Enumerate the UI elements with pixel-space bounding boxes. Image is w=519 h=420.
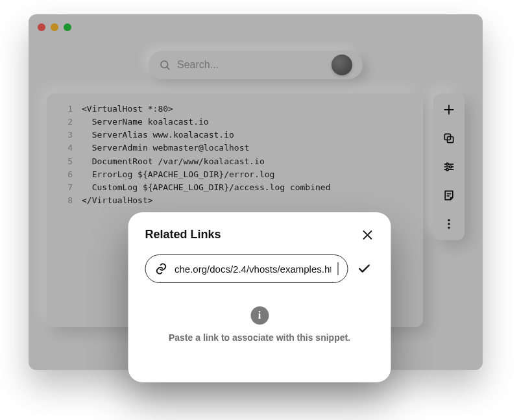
modal-hint: Paste a link to associate with this snip… (145, 332, 374, 343)
window-minimize-button[interactable] (51, 23, 58, 31)
code-line: 4 ServerAdmin webmaster@localhost (53, 142, 416, 154)
code-text: ErrorLog ${APACHE_LOG_DIR}/error.log (82, 168, 274, 181)
line-number: 8 (53, 194, 73, 207)
code-line: 5 DocumentRoot /var/www/koalacast.io (53, 155, 416, 168)
code-line: 6 ErrorLog ${APACHE_LOG_DIR}/error.log (53, 168, 416, 181)
window-traffic-lights (38, 23, 71, 31)
line-number: 6 (53, 168, 73, 181)
related-links-modal: Related Links i Paste a link to associat… (128, 212, 391, 382)
window-zoom-button[interactable] (64, 23, 71, 31)
close-button[interactable] (361, 229, 374, 241)
settings-button[interactable] (442, 160, 456, 174)
line-number: 7 (53, 181, 73, 194)
code-line: 1<VirtualHost *:80> (53, 103, 416, 116)
window-close-button[interactable] (38, 23, 45, 31)
svg-point-15 (448, 223, 450, 225)
search-input[interactable] (177, 59, 321, 71)
code-text: </VirtualHost> (82, 194, 153, 207)
svg-point-10 (450, 166, 452, 167)
search-icon (159, 59, 171, 71)
avatar[interactable] (332, 55, 352, 75)
line-number: 1 (53, 103, 73, 116)
code-text: ServerAlias www.koalacast.io (82, 129, 234, 142)
code-line: 2 ServerName koalacast.io (53, 116, 416, 129)
svg-line-1 (167, 67, 169, 69)
line-number: 2 (53, 116, 73, 129)
top-bar (29, 51, 483, 79)
svg-point-16 (448, 227, 450, 229)
line-number: 5 (53, 155, 73, 168)
link-icon (155, 262, 168, 275)
svg-point-11 (446, 169, 448, 171)
line-number: 3 (53, 129, 73, 142)
link-input[interactable] (175, 264, 332, 275)
modal-title: Related Links (145, 228, 221, 241)
note-button[interactable] (442, 188, 456, 203)
more-button[interactable] (442, 217, 456, 231)
code-text: CustomLog ${APACHE_LOG_DIR}/access.log c… (82, 181, 331, 194)
add-button[interactable] (442, 103, 456, 117)
code-line: 8</VirtualHost> (53, 194, 416, 207)
line-number: 4 (53, 142, 73, 154)
confirm-button[interactable] (357, 262, 374, 276)
link-input-field[interactable] (145, 254, 348, 283)
side-toolbar (433, 93, 465, 240)
svg-point-9 (446, 163, 448, 165)
code-line: 7 CustomLog ${APACHE_LOG_DIR}/access.log… (53, 181, 416, 194)
svg-point-14 (448, 219, 450, 221)
search-field[interactable] (149, 51, 363, 79)
code-text: <VirtualHost *:80> (82, 103, 173, 116)
info-icon: i (250, 306, 269, 325)
code-text: ServerName koalacast.io (82, 116, 209, 129)
code-text: ServerAdmin webmaster@localhost (82, 142, 249, 154)
text-cursor (338, 262, 339, 275)
code-text: DocumentRoot /var/www/koalacast.io (82, 155, 265, 168)
code-line: 3 ServerAlias www.koalacast.io (53, 129, 416, 142)
copy-button[interactable] (442, 131, 456, 145)
